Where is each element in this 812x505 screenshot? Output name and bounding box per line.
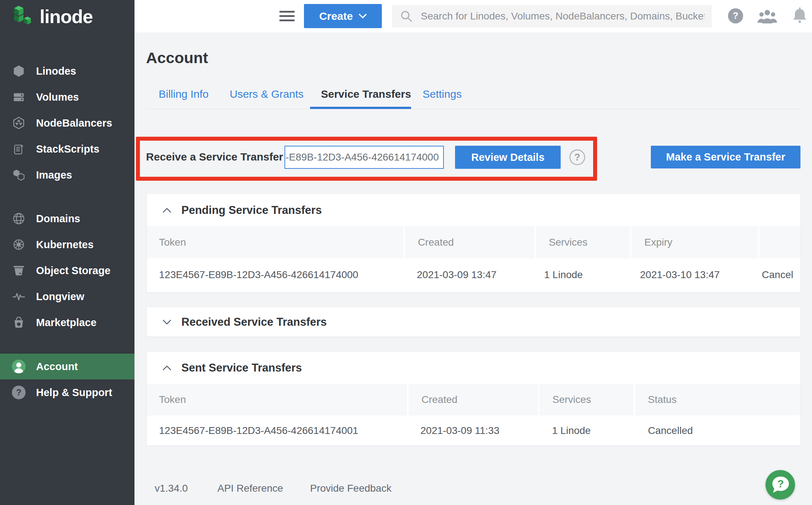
column-header-services: Services xyxy=(536,226,630,258)
sidebar-item-linodes[interactable]: Linodes xyxy=(0,58,134,84)
create-button-label: Create xyxy=(319,10,353,22)
sidebar-nav-services: Domains Kubernetes xyxy=(0,206,134,335)
collapse-chevron-up-icon[interactable] xyxy=(162,365,172,371)
sidebar-nav-account: Account ? Help & Support xyxy=(0,353,134,405)
question-circle-icon: ? xyxy=(12,385,26,400)
sent-services-value: 1 Linode xyxy=(552,425,591,436)
search-placeholder: Search for Linodes, Volumes, NodeBalance… xyxy=(421,10,705,22)
nodebalancer-icon xyxy=(12,116,26,130)
notifications-bell-icon[interactable] xyxy=(791,6,808,25)
image-icon xyxy=(12,168,26,182)
make-service-transfer-button[interactable]: Make a Service Transfer xyxy=(651,146,800,168)
sidebar-item-help-support[interactable]: ? Help & Support xyxy=(0,379,134,405)
linode-logo-icon xyxy=(12,5,35,28)
sidebar-item-object-storage[interactable]: Object Storage xyxy=(0,258,134,284)
sidebar-item-volumes[interactable]: Volumes xyxy=(0,84,134,110)
sent-transfers-title: Sent Service Transfers xyxy=(181,361,302,374)
tab-settings[interactable]: Settings xyxy=(423,88,462,100)
longview-pulse-icon xyxy=(12,290,26,303)
bucket-icon xyxy=(12,264,26,277)
sent-created-value: 2021-03-09 11:33 xyxy=(420,425,499,436)
pending-transfers-title: Pending Service Transfers xyxy=(181,204,322,217)
tabs-divider xyxy=(146,109,800,109)
support-chat-button[interactable]: ? xyxy=(765,470,795,500)
sent-status-value: Cancelled xyxy=(648,425,693,436)
linode-logo-text: linode xyxy=(40,6,93,27)
chevron-down-icon xyxy=(359,14,367,19)
linode-logo[interactable]: linode xyxy=(12,5,93,28)
sidebar-item-longview[interactable]: Longview xyxy=(0,284,134,309)
column-header-token: Token xyxy=(147,384,407,416)
kubernetes-icon xyxy=(12,238,26,251)
linode-cloud-manager: Create Search for Linodes, Volumes, Node… xyxy=(0,0,812,505)
api-reference-link[interactable]: API Reference xyxy=(217,483,283,494)
tab-service-transfers[interactable]: Service Transfers xyxy=(321,88,411,100)
global-search-input[interactable]: Search for Linodes, Volumes, NodeBalance… xyxy=(392,5,712,27)
svg-text:?: ? xyxy=(733,10,738,21)
help-icon[interactable]: ? xyxy=(727,8,744,24)
stackscript-icon xyxy=(12,142,26,156)
sidebar-item-images[interactable]: Images xyxy=(0,162,134,188)
pending-expiry-value: 2021-03-10 13:47 xyxy=(640,269,720,281)
sent-transfer-row: 123E4567-E89B-12D3-A456-426614174001 202… xyxy=(147,416,800,445)
pending-transfers-card: Pending Service Transfers Token Created … xyxy=(147,194,800,292)
chat-bubble-question-icon: ? xyxy=(770,475,790,494)
pending-transfer-row: 123E4567-E89B-12D3-A456-426614174000 202… xyxy=(147,258,800,291)
provide-feedback-link[interactable]: Provide Feedback xyxy=(310,483,392,494)
tab-billing-info[interactable]: Billing Info xyxy=(159,88,208,100)
sidebar-item-stackscripts[interactable]: StackScripts xyxy=(0,136,134,162)
svg-text:?: ? xyxy=(16,387,22,397)
linode-icon xyxy=(12,64,26,78)
receive-transfer-label: Receive a Service Transfer xyxy=(146,151,283,163)
sidebar: linode Linodes Volumes xyxy=(0,0,134,505)
receive-token-input[interactable]: 123E4567-E89B-12D3-A456-426614174000 xyxy=(284,146,444,169)
hamburger-menu-icon[interactable] xyxy=(279,11,295,22)
pending-table-header: Token Created Services Expiry xyxy=(147,226,800,258)
column-header-expiry: Expiry xyxy=(631,226,758,258)
received-transfers-title: Received Service Transfers xyxy=(181,316,327,329)
column-header-created: Created xyxy=(405,226,534,258)
receive-help-icon[interactable]: ? xyxy=(569,149,585,165)
column-header-created: Created xyxy=(409,384,538,416)
app-version-label[interactable]: v1.34.0 xyxy=(155,483,188,494)
pending-token-link[interactable]: 123E4567-E89B-12D3-A456-426614174000 xyxy=(159,269,358,281)
expand-chevron-down-icon[interactable] xyxy=(162,319,172,325)
sidebar-nav-compute: Linodes Volumes xyxy=(0,58,134,188)
pending-created-value: 2021-03-09 13:47 xyxy=(417,269,497,281)
sidebar-item-kubernetes[interactable]: Kubernetes xyxy=(0,232,134,258)
cancel-transfer-link[interactable]: Cancel xyxy=(762,269,793,281)
svg-text:?: ? xyxy=(777,478,784,489)
sidebar-item-nodebalancers[interactable]: NodeBalancers xyxy=(0,110,134,136)
column-header-token: Token xyxy=(147,226,403,258)
sent-token-link[interactable]: 123E4567-E89B-12D3-A456-426614174001 xyxy=(159,425,358,436)
review-details-button[interactable]: Review Details xyxy=(455,146,561,169)
tab-users-grants[interactable]: Users & Grants xyxy=(230,88,304,100)
pending-services-value: 1 Linode xyxy=(544,269,583,281)
search-icon xyxy=(400,10,413,23)
sidebar-item-marketplace[interactable]: Marketplace xyxy=(0,309,134,335)
received-transfers-card: Received Service Transfers xyxy=(147,307,800,337)
collapse-chevron-up-icon[interactable] xyxy=(162,207,172,214)
column-header-actions xyxy=(759,226,800,258)
column-header-services: Services xyxy=(539,384,634,416)
column-header-status: Status xyxy=(635,384,800,416)
volume-icon xyxy=(12,90,26,104)
marketplace-bag-icon xyxy=(12,316,26,329)
page-title: Account xyxy=(146,49,208,67)
receive-token-value: 123E4567-E89B-12D3-A456-426614174000 xyxy=(284,152,439,163)
sent-transfers-card: Sent Service Transfers Token Created Ser… xyxy=(147,352,800,445)
sent-table-header: Token Created Services Status xyxy=(147,384,800,416)
top-header: Create Search for Linodes, Volumes, Node… xyxy=(134,0,812,32)
create-button[interactable]: Create xyxy=(304,4,382,28)
community-icon[interactable] xyxy=(756,9,778,25)
account-person-icon xyxy=(12,359,26,374)
domain-globe-icon xyxy=(12,212,26,225)
sidebar-item-account[interactable]: Account xyxy=(0,354,134,379)
sidebar-item-domains[interactable]: Domains xyxy=(0,206,134,232)
